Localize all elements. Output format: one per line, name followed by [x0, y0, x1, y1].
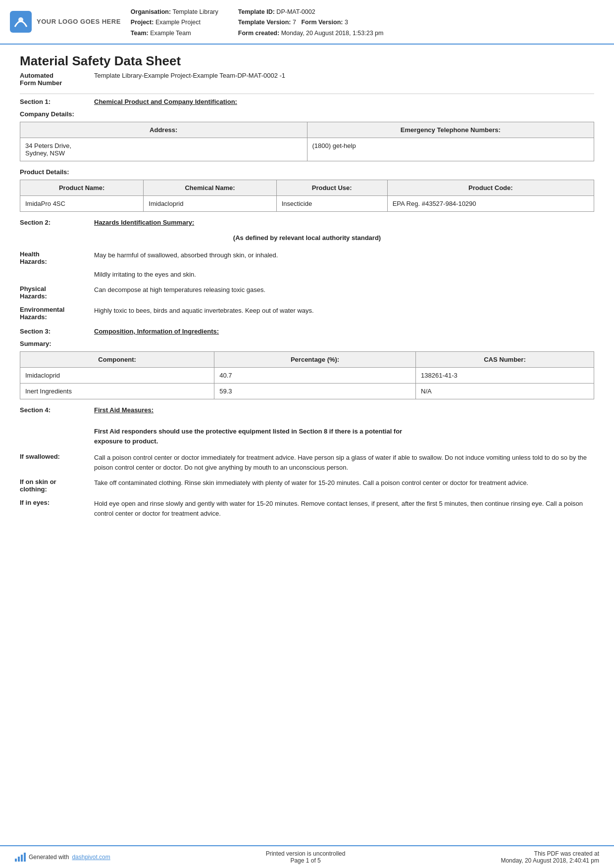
template-version-label: Template Version: — [238, 19, 291, 26]
product-details-label: Product Details: — [20, 168, 594, 176]
main-content: Material Safety Data Sheet AutomatedForm… — [0, 45, 614, 845]
company-table-header-emergency: Emergency Telephone Numbers: — [307, 122, 594, 138]
product-name: ImidaPro 4SC — [20, 195, 144, 211]
organisation-row: Organisation: Template Library — [131, 7, 218, 17]
summary-label: Summary: — [20, 340, 594, 347]
dashpivot-icon — [15, 853, 26, 862]
logo-icon — [10, 11, 32, 33]
footer-center: Printed version is uncontrolled Page 1 o… — [266, 850, 346, 864]
ingredients-header-cas: CAS Number: — [416, 352, 594, 368]
team-value: Example Team — [150, 30, 191, 37]
form-version-value: 3 — [345, 19, 348, 26]
company-table-header-address: Address: — [20, 122, 307, 138]
ingredient-1-name: Imidacloprid — [20, 368, 214, 384]
organisation-label: Organisation: — [131, 8, 171, 15]
product-code: EPA Reg. #43527-984-10290 — [387, 195, 594, 211]
bar4 — [24, 853, 26, 862]
section4-label: Section 4: — [20, 406, 84, 414]
company-details-label: Company Details: — [20, 110, 594, 118]
section1-label: Section 1: — [20, 98, 84, 105]
product-table-header-name: Product Name: — [20, 180, 144, 195]
table-row: 34 Peters Drive,Sydney, NSW (1800) get-h… — [20, 138, 594, 161]
environmental-hazard-label: EnvironmentalHazards: — [20, 306, 84, 321]
form-created-value: Monday, 20 August 2018, 1:53:23 pm — [281, 30, 384, 37]
physical-hazard-row: PhysicalHazards: Can decompose at high t… — [20, 285, 594, 300]
health-hazard-label: HealthHazards: — [20, 250, 84, 280]
template-version-value: 7 — [293, 19, 296, 26]
product-table-header-use: Product Use: — [276, 180, 387, 195]
bar3 — [21, 855, 23, 862]
form-version-label: Form Version: — [301, 19, 343, 26]
physical-hazard-value: Can decompose at high temperatures relea… — [94, 285, 265, 300]
if-skin-value: Take off contaminated clothing. Rinse sk… — [94, 478, 528, 493]
section3-header: Section 3: Composition, Information of I… — [20, 328, 594, 335]
ingredient-2-percentage: 59.3 — [214, 384, 416, 399]
section2-title: Hazards Identification Summary: — [94, 219, 194, 226]
company-table: Address: Emergency Telephone Numbers: 34… — [20, 122, 594, 161]
section3-title: Composition, Information of Ingredients: — [94, 328, 219, 335]
svg-point-1 — [18, 17, 23, 22]
if-swallowed-row: If swallowed: Call a poison control cent… — [20, 453, 594, 472]
header: YOUR LOGO GOES HERE Organisation: Templa… — [0, 0, 614, 45]
organisation-value: Template Library — [172, 8, 218, 15]
divider-1 — [20, 94, 594, 94]
physical-hazard-label: PhysicalHazards: — [20, 285, 84, 300]
dashpivot-link[interactable]: dashpivot.com — [72, 854, 110, 861]
doc-title: Material Safety Data Sheet — [20, 53, 594, 69]
form-number-value: Template Library-Example Project-Example… — [94, 72, 285, 87]
ingredient-1-percentage: 40.7 — [214, 368, 416, 384]
product-table: Product Name: Chemical Name: Product Use… — [20, 180, 594, 212]
footer: Generated with dashpivot.com Printed ver… — [0, 845, 614, 868]
team-label: Team: — [131, 30, 149, 37]
if-swallowed-label: If swallowed: — [20, 453, 84, 472]
company-address: 34 Peters Drive,Sydney, NSW — [20, 138, 307, 161]
footer-right: This PDF was created at Monday, 20 Augus… — [501, 850, 599, 864]
footer-right-line2: Monday, 20 August 2018, 2:40:41 pm — [501, 857, 599, 864]
section1-title: Chemical Product and Company Identificat… — [94, 98, 237, 105]
form-created-label: Form created: — [238, 30, 279, 37]
bar2 — [18, 857, 20, 862]
form-created-row: Form created: Monday, 20 August 2018, 1:… — [238, 28, 384, 39]
project-row: Project: Example Project — [131, 17, 218, 28]
ingredient-2-name: Inert Ingredients — [20, 384, 214, 399]
footer-center-line1: Printed version is uncontrolled — [266, 850, 346, 857]
product-use: Insecticide — [276, 195, 387, 211]
if-skin-label: If on skin orclothing: — [20, 478, 84, 493]
product-table-header-chemical: Chemical Name: — [144, 180, 276, 195]
section2-centered-note: (As defined by relevant local authority … — [20, 234, 594, 241]
team-row: Team: Example Team — [131, 28, 218, 39]
ingredients-header-component: Component: — [20, 352, 214, 368]
bar1 — [15, 859, 17, 862]
table-row: Inert Ingredients 59.3 N/A — [20, 384, 594, 399]
section2-header: Section 2: Hazards Identification Summar… — [20, 219, 594, 226]
section4-title: First Aid Measures: — [94, 406, 154, 414]
section3-label: Section 3: — [20, 328, 84, 335]
environmental-hazard-row: EnvironmentalHazards: Highly toxic to be… — [20, 306, 594, 321]
ingredient-1-cas: 138261-41-3 — [416, 368, 594, 384]
health-hazard-value: May be harmful of swallowed, absorbed th… — [94, 250, 278, 280]
template-id-label: Template ID: — [238, 8, 275, 15]
company-emergency-phone: (1800) get-help — [307, 138, 594, 161]
header-meta: Organisation: Template Library Project: … — [131, 5, 599, 39]
if-skin-row: If on skin orclothing: Take off contamin… — [20, 478, 594, 493]
section2-label: Section 2: — [20, 219, 84, 226]
spacer — [20, 419, 594, 427]
section1-header: Section 1: Chemical Product and Company … — [20, 98, 594, 105]
template-id-row: Template ID: DP-MAT-0002 — [238, 7, 384, 17]
if-eyes-value: Hold eye open and rinse slowly and gentl… — [94, 499, 594, 518]
section4-bold-note: First Aid responders should use the prot… — [94, 427, 594, 446]
product-table-header-code: Product Code: — [387, 180, 594, 195]
ingredients-table: Component: Percentage (%): CAS Number: I… — [20, 351, 594, 399]
version-row: Template Version: 7 Form Version: 3 — [238, 17, 384, 28]
chemical-name: Imidacloprid — [144, 195, 276, 211]
ingredient-2-cas: N/A — [416, 384, 594, 399]
environmental-hazard-value: Highly toxic to bees, birds and aquatic … — [94, 306, 314, 321]
page: YOUR LOGO GOES HERE Organisation: Templa… — [0, 0, 614, 868]
template-id-value: DP-MAT-0002 — [276, 8, 315, 15]
form-number-label: AutomatedForm Number — [20, 72, 84, 87]
table-row: ImidaPro 4SC Imidacloprid Insecticide EP… — [20, 195, 594, 211]
ingredients-header-percentage: Percentage (%): — [214, 352, 416, 368]
table-row: Imidacloprid 40.7 138261-41-3 — [20, 368, 594, 384]
health-hazard-row: HealthHazards: May be harmful of swallow… — [20, 250, 594, 280]
footer-left: Generated with dashpivot.com — [15, 853, 110, 862]
